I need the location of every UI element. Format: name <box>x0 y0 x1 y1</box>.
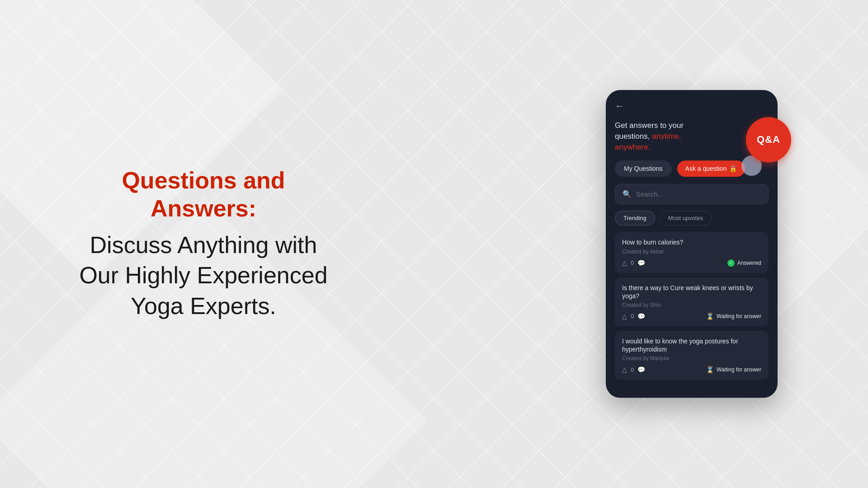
upvote-icon-1: △ <box>622 259 627 267</box>
left-content: Questions and Answers: Discuss Anything … <box>68 166 339 322</box>
question-stats-1: △ 0 💬 <box>622 259 645 267</box>
qna-circle: Q&A <box>746 117 791 162</box>
upvote-count-1: 0 <box>631 259 634 266</box>
question-title-3: I would like to know the yoga postures f… <box>622 337 761 353</box>
question-created-1: Created by Akbar <box>622 249 761 255</box>
question-card-1[interactable]: How to burn calories? Created by Akbar △… <box>615 232 769 273</box>
ask-question-button[interactable]: Ask a question 🔒 <box>677 161 745 177</box>
comment-icon-1: 💬 <box>637 259 645 267</box>
back-button[interactable]: ← <box>615 101 624 111</box>
header-line2-normal: questions, <box>615 132 650 141</box>
qna-label: Q&A <box>757 134 780 145</box>
header-line2-highlight: anytime, <box>652 132 681 141</box>
tab-trending[interactable]: Trending <box>615 211 655 226</box>
question-footer-3: △ 0 💬 ⌛ Waiting for answer <box>622 366 761 374</box>
search-placeholder: Search.. <box>636 191 661 198</box>
status-label-1: Answered <box>737 260 761 266</box>
tab-most-upvotes[interactable]: Most upvotes <box>660 211 712 226</box>
search-bar[interactable]: 🔍 Search.. <box>615 184 769 205</box>
status-answered-1: ✓ Answered <box>727 259 761 267</box>
page-subtitle: Discuss Anything with Our Highly Experie… <box>68 230 339 322</box>
question-created-2: Created by Shiv <box>622 302 761 308</box>
upvote-count-3: 0 <box>631 366 634 373</box>
qna-bubble: Q&A <box>737 117 791 171</box>
question-created-3: Created by Manjula <box>622 356 761 362</box>
upvote-count-2: 0 <box>631 313 634 320</box>
question-card-2[interactable]: Is there a way to Cure weak knees or wri… <box>615 277 769 326</box>
phone-bottom-fade <box>606 385 778 398</box>
search-icon: 🔍 <box>623 190 632 199</box>
question-stats-3: △ 0 💬 <box>622 366 645 374</box>
status-label-3: Waiting for answer <box>717 367 761 373</box>
upvote-icon-3: △ <box>622 366 627 374</box>
questions-list: How to burn calories? Created by Akbar △… <box>606 232 778 385</box>
waiting-icon-2: ⌛ <box>706 313 714 320</box>
status-waiting-3: ⌛ Waiting for answer <box>706 366 761 374</box>
status-dot-green: ✓ <box>727 259 735 267</box>
filter-tabs: Trending Most upvotes <box>606 211 778 232</box>
phone-mockup: Q&A ← Get answers to your questions, any… <box>606 90 778 398</box>
header-line3: anywhere. <box>615 143 650 151</box>
question-stats-2: △ 0 💬 <box>622 313 645 320</box>
comment-icon-3: 💬 <box>637 366 645 374</box>
ask-question-label: Ask a question <box>685 165 727 173</box>
comment-icon-2: 💬 <box>637 313 645 320</box>
waiting-icon-3: ⌛ <box>706 366 714 374</box>
upvote-icon-2: △ <box>622 313 627 320</box>
status-label-2: Waiting for answer <box>717 313 761 319</box>
question-title-1: How to burn calories? <box>622 239 761 247</box>
question-card-3[interactable]: I would like to know the yoga postures f… <box>615 331 769 380</box>
status-waiting-2: ⌛ Waiting for answer <box>706 313 761 320</box>
page-title: Questions and Answers: <box>68 166 339 223</box>
question-title-2: Is there a way to Cure weak knees or wri… <box>622 284 761 300</box>
header-line1: Get answers to your <box>615 121 684 130</box>
question-footer-2: △ 0 💬 ⌛ Waiting for answer <box>622 313 761 320</box>
my-questions-button[interactable]: My Questions <box>615 161 672 177</box>
question-footer-1: △ 0 💬 ✓ Answered <box>622 259 761 267</box>
lock-icon: 🔒 <box>729 165 737 173</box>
search-container: 🔍 Search.. <box>606 184 778 211</box>
